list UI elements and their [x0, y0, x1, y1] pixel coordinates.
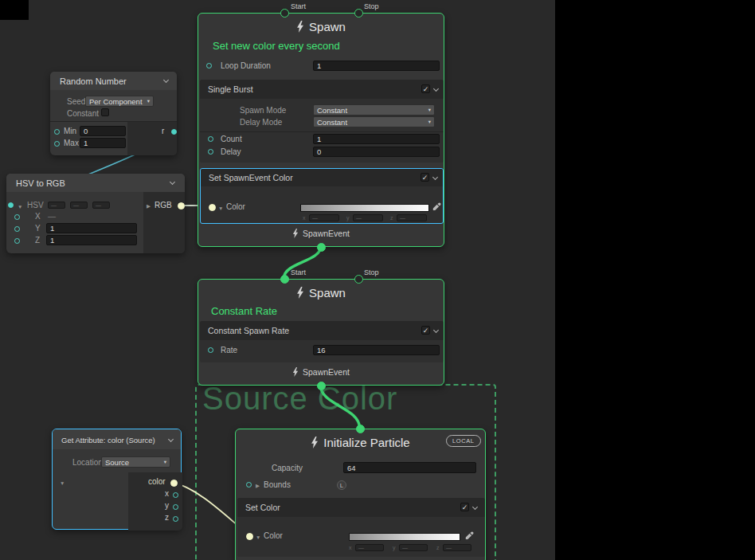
color-expander-icon[interactable]: ▼ — [256, 535, 260, 540]
local-badge[interactable]: LOCAL — [446, 435, 481, 447]
block-enabled-checkbox[interactable]: ✓ — [421, 326, 430, 335]
z-value: 1 — [50, 236, 54, 245]
y-field[interactable]: 1 — [46, 223, 137, 233]
min-field[interactable]: 0 — [80, 126, 126, 136]
delay-mode-value: Constant — [317, 118, 347, 127]
node-subtitle[interactable]: Set new color every second — [213, 40, 340, 52]
location-dropdown[interactable]: Source▾ — [101, 456, 170, 468]
max-port[interactable] — [54, 141, 60, 147]
count-port[interactable] — [208, 136, 213, 142]
get-attribute-node[interactable]: Get Attribute: color (Source) Location S… — [52, 429, 182, 530]
color-gradient-field[interactable] — [300, 204, 429, 212]
y-output-port[interactable] — [173, 504, 178, 510]
hsv-y-mini-field: — — [70, 202, 88, 209]
vfx-graph-canvas[interactable]: Source Color Start Stop Spawn Set new co… — [0, 0, 755, 560]
sub-z-label: z — [436, 545, 440, 550]
rgb-output-port[interactable] — [178, 202, 185, 210]
color-gradient-field[interactable] — [349, 533, 460, 541]
node-title: Spawn — [309, 286, 346, 300]
rate-field[interactable]: 16 — [313, 345, 440, 355]
block-enabled-checkbox[interactable]: ✓ — [421, 84, 430, 93]
single-burst-block[interactable]: Single Burst ✓ Spawn Mode Constant▾ Dela… — [200, 80, 444, 163]
color-output-port[interactable] — [170, 480, 178, 487]
spawnevent-output-port[interactable] — [317, 243, 326, 252]
min-port[interactable] — [54, 129, 60, 135]
stop-flow-port[interactable] — [354, 275, 363, 284]
local-space-icon[interactable]: L — [337, 480, 346, 490]
sub-z-label: z — [390, 215, 393, 221]
block-enabled-checkbox[interactable]: ✓ — [421, 173, 429, 182]
stop-flow-port[interactable] — [354, 9, 363, 18]
start-flow-port[interactable] — [280, 9, 289, 18]
output-r-port[interactable] — [171, 129, 177, 135]
dropdown-caret-icon: ▾ — [164, 459, 166, 465]
spawn-mode-dropdown[interactable]: Constant▾ — [313, 104, 435, 116]
delay-mode-dropdown[interactable]: Constant▾ — [313, 116, 435, 127]
sub-x-label: x — [349, 545, 352, 550]
bounds-expander-icon[interactable]: ▶ — [256, 483, 260, 489]
seed-dropdown[interactable]: Per Component▾ — [85, 96, 154, 107]
color-output-label: color — [148, 477, 166, 486]
delay-label: Delay — [221, 147, 241, 156]
capacity-value: 64 — [347, 464, 356, 472]
set-color-block[interactable]: Set Color ✓ ▼ Color x — y — z — — [237, 498, 485, 557]
y-value: 1 — [50, 224, 54, 233]
sub-x-field: — — [355, 544, 384, 551]
constant-label: Constant — [67, 109, 99, 118]
initialize-particle-node[interactable]: Initialize Particle LOCAL Capacity 64 ▶ … — [235, 429, 486, 560]
outputs-expander-icon[interactable]: ▼ — [60, 480, 65, 486]
dash: — — [358, 545, 364, 550]
color-input-port[interactable] — [246, 533, 253, 540]
x-output-port[interactable] — [173, 492, 178, 498]
color-expander-icon[interactable]: ▼ — [218, 206, 223, 211]
hsv-input-port[interactable] — [8, 202, 14, 208]
max-field[interactable]: 1 — [80, 138, 126, 148]
output-column — [127, 122, 177, 155]
top-left-black-corner — [0, 0, 29, 20]
z-output-port[interactable] — [173, 516, 178, 522]
start-flow-port[interactable] — [280, 275, 289, 284]
capacity-field[interactable]: 64 — [343, 462, 476, 473]
hsv-to-rgb-node[interactable]: HSV to RGB ▼ HSV — — — X — Y 1 Z 1 ▶ RGB — [6, 174, 185, 253]
node-subtitle[interactable]: Constant Rate — [211, 305, 277, 317]
x-label: X — [35, 212, 41, 221]
delay-field[interactable]: 0 — [313, 147, 440, 157]
spawnevent-bolt-icon — [292, 229, 299, 238]
min-value: 0 — [84, 127, 88, 135]
spawnevent-label: SpawnEvent — [303, 229, 350, 238]
spawn-context-1[interactable]: Start Stop Spawn Set new color every sec… — [198, 13, 444, 247]
dash: — — [356, 215, 362, 221]
x-input-port[interactable] — [14, 214, 20, 220]
dash: — — [312, 215, 318, 221]
check-icon: ✓ — [422, 174, 428, 182]
constant-checkbox[interactable] — [101, 108, 109, 116]
rgb-expander-icon[interactable]: ▶ — [147, 203, 151, 210]
set-spawnevent-color-block[interactable]: Set SpawnEvent Color ✓ ▼ Color x — y — z… — [200, 168, 444, 224]
z-field[interactable]: 1 — [46, 235, 137, 245]
bounds-port[interactable] — [246, 482, 252, 488]
hsv-expander-icon[interactable]: ▼ — [18, 204, 22, 210]
sub-z-field: — — [397, 214, 427, 221]
check-icon: ✓ — [423, 85, 429, 93]
eyedropper-icon[interactable] — [432, 202, 441, 211]
block-enabled-checkbox[interactable]: ✓ — [460, 503, 469, 511]
flow-input-port[interactable] — [356, 425, 365, 433]
rate-port[interactable] — [208, 347, 213, 353]
eyedropper-icon[interactable] — [465, 531, 474, 540]
spawn-mode-value: Constant — [317, 106, 347, 115]
spawn-context-2[interactable]: Start Stop Spawn Constant Rate Constant … — [198, 279, 444, 386]
color-input-port[interactable] — [209, 204, 216, 211]
delay-port[interactable] — [208, 149, 213, 155]
y-input-port[interactable] — [14, 226, 20, 232]
constant-spawn-rate-block[interactable]: Constant Spawn Rate ✓ Rate 16 — [200, 321, 444, 362]
loop-duration-field[interactable]: 1 — [313, 61, 440, 71]
spawnevent-output-port[interactable] — [317, 382, 326, 390]
dash: — — [400, 215, 405, 221]
z-output-label: z — [165, 513, 169, 522]
spawnevent-label: SpawnEvent — [303, 367, 350, 377]
initialize-bolt-icon — [311, 437, 319, 448]
count-field[interactable]: 1 — [313, 134, 440, 144]
loop-duration-port[interactable] — [206, 63, 212, 69]
random-number-node[interactable]: Random Number Seed Per Component▾ Consta… — [50, 72, 177, 155]
z-input-port[interactable] — [14, 238, 20, 244]
